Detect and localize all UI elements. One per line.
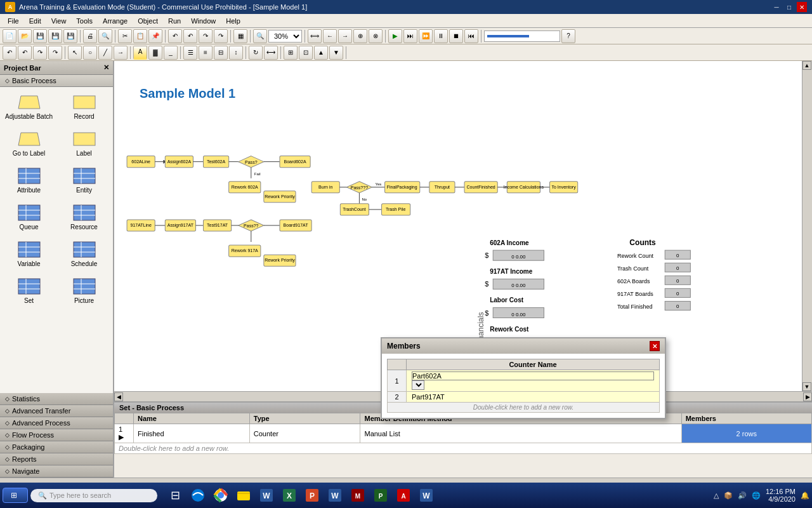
line-button[interactable]: ╱ xyxy=(98,46,112,60)
taskbar-powerpoint[interactable]: P xyxy=(302,485,322,505)
line-color-button[interactable]: _ xyxy=(164,46,178,60)
run-speed-slider[interactable] xyxy=(484,30,560,42)
bring-front-button[interactable]: ▲ xyxy=(314,46,328,60)
minimize-button[interactable]: ─ xyxy=(771,2,782,12)
open-button[interactable]: 📂 xyxy=(18,29,32,43)
run-fast[interactable]: ⏩ xyxy=(419,29,433,43)
tb-btn8[interactable]: ← xyxy=(323,29,337,43)
undo4-button[interactable]: ↶ xyxy=(18,46,32,60)
vertical-scrollbar[interactable]: ▲ ▼ xyxy=(802,61,812,391)
taskbar-word3[interactable]: W xyxy=(416,485,436,505)
member-add-row[interactable]: Double-click here to add a new row. xyxy=(388,403,660,413)
member-row-1[interactable]: 1 ▼ xyxy=(388,370,660,392)
tb-btn7[interactable]: ⟺ xyxy=(308,29,322,43)
module-adjustable-batch[interactable]: Adjustable Batch xyxy=(3,90,55,124)
print-preview-button[interactable]: 🔍 xyxy=(98,29,112,43)
member-add-text[interactable]: Double-click here to add a new row. xyxy=(388,403,660,413)
category-reports[interactable]: ◇ Reports xyxy=(0,453,113,465)
taskbar-project[interactable]: P xyxy=(370,485,391,505)
taskbar-task-view[interactable]: ⊟ xyxy=(165,485,185,505)
category-statistics[interactable]: ◇ Statistics xyxy=(0,393,113,405)
module-schedule[interactable]: Schedule xyxy=(58,237,110,271)
taskbar-chrome[interactable] xyxy=(211,485,231,505)
flip-button[interactable]: ⟷ xyxy=(264,46,278,60)
dropbox-icon[interactable]: 📦 xyxy=(724,491,733,500)
table-row[interactable]: 1 ▶ Finished Counter Manual List 2 rows xyxy=(115,424,812,443)
run-end[interactable]: ⏮ xyxy=(464,29,478,43)
taskbar-explorer[interactable] xyxy=(233,485,254,505)
notification-bell[interactable]: 🔔 xyxy=(801,491,809,500)
paste-button[interactable]: 📌 xyxy=(148,29,162,43)
view-button[interactable]: ▦ xyxy=(233,29,247,43)
menu-object[interactable]: Object xyxy=(133,16,163,26)
menu-help[interactable]: Help xyxy=(221,16,246,26)
save-all-button[interactable]: 💾 xyxy=(48,29,62,43)
module-record[interactable]: Record xyxy=(58,90,110,124)
module-variable[interactable]: Variable xyxy=(3,237,55,271)
row-type[interactable]: Counter xyxy=(249,424,360,443)
project-bar-close[interactable]: ✕ xyxy=(103,64,109,72)
module-attribute[interactable]: Attribute xyxy=(3,163,55,197)
zoom-out-btn[interactable]: 🔍 xyxy=(253,29,267,43)
print-button[interactable]: 🖨 xyxy=(83,29,97,43)
menu-arrange[interactable]: Arrange xyxy=(98,16,133,26)
help-button[interactable]: ? xyxy=(561,29,575,43)
member-value-1[interactable]: ▼ xyxy=(407,370,660,392)
category-basic-process[interactable]: ◇ Basic Process xyxy=(0,75,113,87)
menu-view[interactable]: View xyxy=(46,16,72,26)
cut-button[interactable]: ✂ xyxy=(118,29,132,43)
menu-window[interactable]: Window xyxy=(186,16,221,26)
taskbar-search-box[interactable]: 🔍 Type here to search xyxy=(30,489,157,502)
undo3-button[interactable]: ↶ xyxy=(3,46,16,60)
notification-icon[interactable]: △ xyxy=(714,491,719,500)
start-button[interactable]: ⊞ xyxy=(3,488,28,503)
group-button[interactable]: ⊞ xyxy=(284,46,298,60)
send-back-button[interactable]: ▼ xyxy=(329,46,343,60)
menu-tools[interactable]: Tools xyxy=(71,16,98,26)
fill-color-button[interactable]: A xyxy=(133,46,147,60)
circle-button[interactable]: ○ xyxy=(83,46,97,60)
scroll-right-button[interactable]: ▶ xyxy=(803,392,812,401)
add-row[interactable]: Double-click here to add a new row. xyxy=(115,443,812,454)
rotate-button[interactable]: ↻ xyxy=(249,46,263,60)
scroll-left-button[interactable]: ◀ xyxy=(114,392,123,401)
redo-button[interactable]: ↷ xyxy=(199,29,213,43)
shade-button[interactable]: ▓ xyxy=(148,46,162,60)
row-method[interactable]: Manual List xyxy=(360,424,681,443)
redo4-button[interactable]: ↷ xyxy=(48,46,62,60)
run-stop[interactable]: ⏹ xyxy=(449,29,463,43)
tb-btn11[interactable]: ⊗ xyxy=(369,29,383,43)
restore-button[interactable]: □ xyxy=(784,2,794,12)
menu-file[interactable]: File xyxy=(3,16,24,26)
category-advanced-transfer[interactable]: ◇ Advanced Transfer xyxy=(0,405,113,417)
taskbar-arena[interactable]: A xyxy=(393,485,414,505)
align-center-button[interactable]: ≡ xyxy=(199,46,213,60)
add-row-text[interactable]: Double-click here to add a new row. xyxy=(115,443,812,454)
copy-button[interactable]: 📋 xyxy=(133,29,147,43)
taskbar-math[interactable]: M xyxy=(348,485,368,505)
module-set[interactable]: Set xyxy=(3,274,55,308)
ungroup-button[interactable]: ⊡ xyxy=(299,46,313,60)
save-button[interactable]: 💾 xyxy=(33,29,47,43)
scroll-up-button[interactable]: ▲ xyxy=(802,61,811,70)
member-value-2[interactable]: Part917AT xyxy=(407,392,660,403)
zoom-combo[interactable]: 30% xyxy=(268,30,302,43)
spacing-button[interactable]: ↕ xyxy=(229,46,243,60)
redo2-button[interactable]: ↷ xyxy=(214,29,228,43)
menu-edit[interactable]: Edit xyxy=(24,16,46,26)
taskbar-edge[interactable] xyxy=(188,485,208,505)
member-row-2[interactable]: 2 Part917AT xyxy=(388,392,660,403)
new-button[interactable]: 📄 xyxy=(3,29,16,43)
run-step[interactable]: ⏭ xyxy=(403,29,417,43)
saveas-button[interactable]: 💾 xyxy=(63,29,77,43)
taskbar-clock[interactable]: 12:16 PM 4/9/2020 xyxy=(766,488,796,503)
module-picture[interactable]: Picture xyxy=(58,274,110,308)
member-dropdown-1[interactable]: ▼ xyxy=(412,380,424,390)
menu-run[interactable]: Run xyxy=(163,16,186,26)
arrow-button[interactable]: → xyxy=(114,46,128,60)
align-left-button[interactable]: ☰ xyxy=(183,46,197,60)
tb-btn9[interactable]: → xyxy=(338,29,352,43)
undo2-button[interactable]: ↶ xyxy=(183,29,197,43)
taskbar-excel[interactable]: X xyxy=(279,485,299,505)
module-queue[interactable]: Queue xyxy=(3,200,55,234)
